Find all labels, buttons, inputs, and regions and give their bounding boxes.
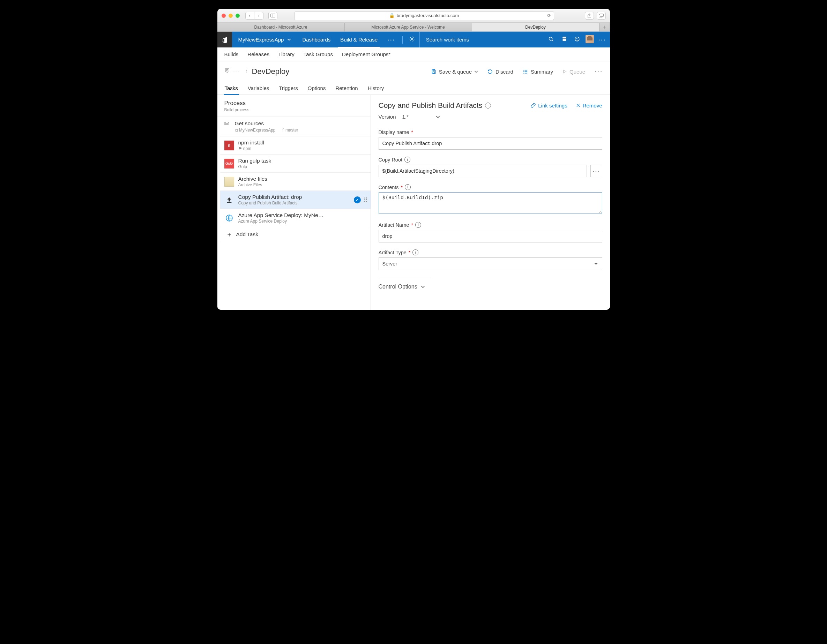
upload-icon (225, 195, 234, 205)
discard-button[interactable]: Discard (487, 69, 513, 75)
vsts-logo-icon[interactable] (217, 32, 232, 47)
marketplace-icon[interactable] (558, 36, 571, 43)
sidebar-button[interactable] (268, 12, 278, 20)
url-host: bradymgaster.visualstudio.com (397, 13, 459, 18)
subnav-builds[interactable]: Builds (225, 51, 239, 57)
control-options-toggle[interactable]: Control Options (379, 277, 431, 290)
search-input[interactable] (425, 36, 545, 43)
subnav-library[interactable]: Library (278, 51, 295, 57)
subnav-deploygroups[interactable]: Deployment Groups* (342, 51, 390, 57)
chevron-down-icon (421, 285, 425, 289)
task-row[interactable]: Azure App Service Deploy: MyNe…Azure App… (220, 209, 371, 227)
back-button[interactable]: ‹ (245, 12, 254, 20)
more-menu-icon[interactable]: ··· (596, 36, 609, 44)
breadcrumb-row: ··· 〉 DevDeploy Save & queue Discard Sum… (217, 61, 610, 82)
topnav-more-button[interactable]: ··· (382, 36, 400, 44)
summary-button[interactable]: Summary (523, 69, 553, 75)
svg-point-6 (549, 37, 552, 40)
browse-button[interactable]: ··· (590, 165, 602, 177)
project-name: MyNewExpressApp (238, 37, 284, 42)
chevron-right-icon: 〉 (243, 69, 252, 75)
info-icon[interactable]: i (404, 157, 410, 162)
browser-tab[interactable]: Dashboard - Microsoft Azure (217, 23, 345, 31)
svg-point-9 (577, 38, 578, 39)
subnav: Builds Releases Library Task Groups Depl… (217, 47, 610, 61)
required-marker: * (411, 129, 413, 135)
branch-name: ᚶ master (282, 128, 298, 133)
new-tab-button[interactable]: + (599, 23, 610, 31)
browser-tab[interactable]: Microsoft Azure App Service - Welcome (345, 23, 472, 31)
queue-button: Queue (562, 69, 585, 75)
subnav-taskgroups[interactable]: Task Groups (304, 51, 333, 57)
forward-button[interactable]: › (254, 12, 264, 20)
task-row[interactable]: n npm install⚑ npm (220, 136, 371, 154)
info-icon[interactable]: i (412, 249, 418, 256)
search-icon[interactable] (545, 36, 558, 43)
version-value: 1.* (403, 114, 409, 120)
search-area (420, 32, 558, 47)
tab-history[interactable]: History (367, 85, 385, 95)
close-window-icon[interactable] (222, 14, 226, 18)
topbar-right: ··· (558, 35, 610, 45)
user-avatar[interactable] (584, 35, 596, 45)
info-icon[interactable]: i (415, 222, 421, 228)
chevron-down-icon (474, 70, 478, 73)
tab-options[interactable]: Options (307, 85, 326, 95)
tab-variables[interactable]: Variables (247, 85, 269, 95)
artifact-type-select[interactable]: Server (379, 257, 602, 270)
process-title[interactable]: Process (225, 100, 364, 107)
svg-point-5 (411, 38, 413, 40)
subnav-releases[interactable]: Releases (247, 51, 269, 57)
task-list-panel: Process Build process Get sources ⧉ MyNe… (217, 95, 371, 310)
artifact-name-input[interactable] (379, 230, 602, 242)
browser-tab[interactable]: DevDeploy (472, 23, 599, 31)
task-row[interactable]: Gulp Run gulp taskGulp (220, 154, 371, 172)
task-row-selected[interactable]: Copy Publish Artifact: dropCopy and Publ… (220, 190, 371, 209)
info-icon[interactable]: i (405, 184, 411, 190)
npm-icon: n (225, 140, 234, 150)
svg-rect-4 (600, 14, 603, 16)
task-row[interactable]: Archive filesArchive Files (220, 172, 371, 190)
more-actions-button[interactable]: ··· (594, 67, 602, 76)
contents-textarea[interactable] (379, 192, 602, 214)
feedback-icon[interactable] (571, 36, 584, 44)
tab-triggers[interactable]: Triggers (278, 85, 298, 95)
app-service-icon (225, 213, 234, 223)
minimize-window-icon[interactable] (229, 14, 233, 18)
get-sources-icon (224, 120, 232, 127)
save-queue-button[interactable]: Save & queue (431, 69, 478, 75)
add-task-button[interactable]: ＋ Add Task (220, 227, 371, 242)
address-bar[interactable]: 🔒 bradymgaster.visualstudio.com ⟳ (294, 11, 554, 20)
copy-root-input[interactable] (379, 165, 587, 177)
reload-icon[interactable]: ⟳ (547, 13, 551, 18)
browser-titlebar: ‹ › 🔒 bradymgaster.visualstudio.com ⟳ (217, 9, 610, 23)
zoom-window-icon[interactable] (236, 14, 240, 18)
browser-tabstrip: Dashboard - Microsoft Azure Microsoft Az… (217, 23, 610, 32)
chevron-down-icon (287, 38, 291, 42)
tab-retention[interactable]: Retention (335, 85, 358, 95)
required-marker: * (411, 222, 413, 228)
project-switcher[interactable]: MyNewExpressApp (232, 37, 298, 42)
remove-button[interactable]: Remove (576, 103, 602, 109)
display-name-input[interactable] (379, 137, 602, 150)
svg-rect-12 (433, 72, 434, 73)
plus-icon: ＋ (225, 230, 234, 239)
svg-point-8 (576, 38, 577, 39)
page-tabs: Tasks Variables Triggers Options Retenti… (217, 82, 610, 95)
topnav-dashboards[interactable]: Dashboards (297, 32, 335, 47)
info-icon[interactable]: i (485, 103, 491, 109)
tabs-button[interactable] (597, 12, 606, 20)
detail-title: Copy and Publish Build Artifacts (379, 101, 482, 109)
link-settings-button[interactable]: Link settings (531, 103, 567, 109)
get-sources-label: Get sources (235, 120, 298, 126)
definition-icon (225, 68, 230, 75)
tab-tasks[interactable]: Tasks (225, 85, 238, 95)
drag-handle-icon[interactable] (364, 198, 367, 202)
topnav-build-release[interactable]: Build & Release (335, 32, 382, 47)
share-button[interactable] (585, 12, 594, 20)
svg-rect-13 (227, 202, 231, 203)
settings-gear-icon[interactable] (405, 36, 420, 44)
version-row[interactable]: Version 1.* (379, 114, 602, 120)
breadcrumb-more[interactable]: ··· (230, 69, 243, 74)
get-sources-row[interactable]: Get sources ⧉ MyNewExpressApp ᚶ master (217, 117, 371, 136)
